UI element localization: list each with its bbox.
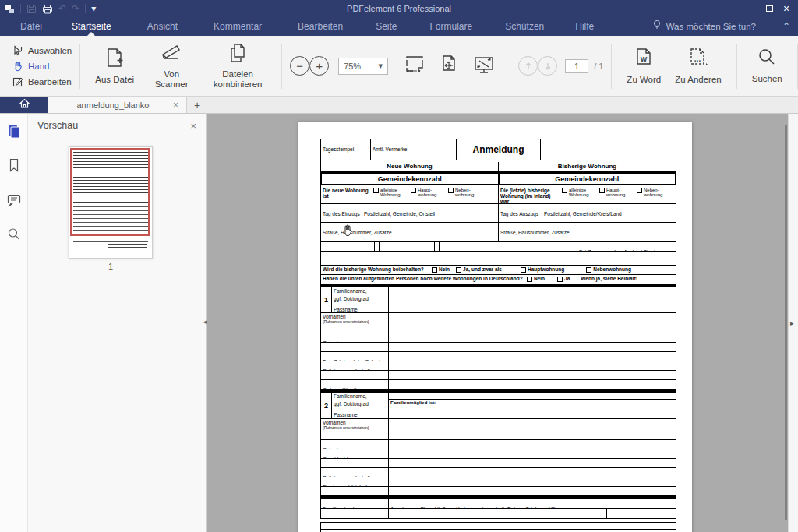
collapse-ribbon-icon[interactable]: ⌃ — [782, 21, 790, 32]
page-total-label: / 1 — [594, 62, 603, 71]
convert-to-others-button[interactable]: ... Zu Anderen — [668, 47, 728, 84]
combine-files-button[interactable]: Dateien kombinieren — [202, 42, 274, 90]
menu-seite[interactable]: Seite — [369, 17, 403, 36]
viewport-indicator[interactable] — [70, 148, 150, 236]
document-tab-bar: anmeldung_blanko × + — [0, 97, 798, 114]
form-label: Bei Zuzug aus dem Ausland Staat — [579, 249, 655, 251]
print-icon[interactable] — [42, 4, 53, 14]
from-scanner-button[interactable]: Von Scanner — [141, 42, 202, 90]
title-bar: PDFelement 6 Professional ↶ ↷ ▾ × — [0, 0, 798, 17]
menu-hilfe[interactable]: Hilfe — [569, 17, 600, 36]
menu-startseite[interactable]: Startseite — [65, 17, 118, 36]
document-tab-label: anmeldung_blanko — [55, 100, 171, 110]
form-label: Postleitzahl, Gemeinde/Kreis/Land — [544, 211, 622, 217]
fit-width-button[interactable] — [397, 54, 432, 79]
collapse-panel-icon[interactable]: ◂ — [203, 318, 207, 326]
menu-ansicht[interactable]: Ansicht — [141, 17, 184, 36]
previous-page-button[interactable] — [518, 56, 538, 76]
sidebar-icon-strip — [0, 114, 28, 532]
form-label: Die neue Wohnung ist — [323, 188, 371, 203]
form-label: Straße, Hausnummer, Zusätze — [323, 230, 392, 235]
ribbon-toolbar: Auswählen Hand Bearbeiten Aus Datei — [0, 36, 798, 97]
convert-to-word-button[interactable]: W Zu Word — [620, 47, 668, 84]
form-title: Anmeldung — [473, 144, 524, 155]
edit-tool[interactable]: Bearbeiten — [12, 75, 72, 88]
zoom-out-button[interactable]: − — [290, 56, 309, 76]
form-label: Gemeindekennzahl — [378, 175, 442, 183]
main-area: Vorschau × 1 ◂ Tagesstempel Amtl. Vermer… — [0, 114, 798, 532]
close-tab-icon[interactable]: × — [171, 100, 180, 111]
select-tool[interactable]: Auswählen — [12, 44, 72, 57]
person-number: 2 — [324, 402, 328, 410]
menu-formulare[interactable]: Formulare — [424, 17, 479, 36]
word-document-icon: W — [633, 47, 655, 71]
menu-bearbeiten[interactable]: Bearbeiten — [291, 17, 349, 36]
other-document-icon: ... — [687, 47, 710, 71]
from-file-button[interactable]: Aus Datei — [88, 47, 141, 84]
checkbox — [448, 188, 454, 193]
close-button[interactable]: × — [779, 2, 793, 15]
zoom-in-button[interactable]: + — [309, 56, 329, 76]
checkbox — [411, 188, 416, 193]
expand-panel-icon[interactable]: ▸ — [790, 319, 794, 327]
fit-page-icon — [438, 54, 460, 79]
person-number: 1 — [324, 296, 328, 304]
page-number-input[interactable]: 1 — [565, 59, 588, 73]
undo-icon[interactable]: ↶ — [58, 4, 66, 13]
fit-screen-button[interactable] — [466, 54, 502, 79]
maximize-button[interactable] — [762, 2, 776, 15]
thumbnail-page-number: 1 — [69, 262, 153, 271]
document-area[interactable]: Tagesstempel Amtl. Vermerke Anmeldung Ne… — [207, 114, 788, 532]
hand-cursor-icon — [341, 224, 354, 240]
minimize-button[interactable] — [745, 2, 759, 15]
zoom-level-select[interactable]: 75% ▾ — [338, 58, 388, 75]
checkbox — [432, 267, 437, 273]
new-tab-button[interactable]: + — [187, 97, 207, 113]
preview-header: Vorschau × — [28, 114, 206, 137]
checkbox — [456, 267, 461, 273]
document-tab[interactable]: anmeldung_blanko × — [48, 97, 187, 113]
mode-group: Auswählen Hand Bearbeiten — [0, 44, 72, 88]
help-prompt[interactable]: Was möchten Sie tun? — [666, 22, 756, 31]
page-thumbnail[interactable] — [69, 146, 153, 259]
window-controls: × — [745, 2, 798, 15]
bookmarks-panel-icon[interactable] — [6, 157, 22, 173]
section-header: Bisherige Wohnung — [499, 162, 676, 171]
menu-kommentar[interactable]: Kommentar — [207, 17, 268, 36]
fit-page-button[interactable] — [432, 54, 466, 79]
checkbox — [586, 267, 591, 273]
quick-access-toolbar: ↶ ↷ ▾ — [0, 4, 96, 14]
home-icon — [19, 98, 30, 112]
search-button[interactable]: Suchen — [745, 48, 789, 83]
checkbox — [562, 188, 567, 193]
fit-screen-icon — [472, 54, 496, 79]
vertical-scrollbar[interactable] — [785, 125, 787, 520]
pdf-page[interactable]: Tagesstempel Amtl. Vermerke Anmeldung Ne… — [298, 122, 692, 532]
svg-text:W: W — [641, 55, 648, 63]
section-header: Neue Wohnung — [321, 162, 499, 171]
hand-tool[interactable]: Hand — [12, 59, 72, 72]
menu-schuetzen[interactable]: Schützen — [499, 17, 550, 36]
checkbox — [527, 277, 532, 282]
search-panel-icon[interactable] — [6, 226, 22, 241]
next-page-button[interactable] — [538, 56, 557, 76]
edit-pen-icon — [12, 76, 23, 87]
thumbnails-panel-icon[interactable] — [6, 123, 22, 139]
customize-toolbar-icon[interactable]: ▾ — [91, 4, 96, 13]
comments-panel-icon[interactable] — [6, 192, 22, 207]
home-tab[interactable] — [0, 97, 48, 113]
form-label: Straße, Hausnummer, Zusätze — [500, 230, 570, 235]
redo-icon[interactable]: ↷ — [72, 4, 79, 13]
toolbar-separator — [611, 44, 612, 89]
menu-datei[interactable]: Datei — [14, 17, 48, 36]
combine-documents-icon — [227, 42, 249, 66]
form-label: Amtl. Vermerke — [373, 146, 407, 152]
form-question: Wird die bisherige Wohnung beibehalten? — [323, 267, 432, 273]
app-window: PDFelement 6 Professional ↶ ↷ ▾ × Datei — [0, 0, 798, 532]
divider — [20, 4, 21, 13]
menu-bar: Datei Startseite Ansicht Kommentar Bearb… — [0, 17, 798, 36]
divider — [85, 4, 86, 13]
close-preview-icon[interactable]: × — [190, 120, 196, 132]
search-icon — [757, 48, 777, 70]
save-icon[interactable] — [26, 4, 37, 14]
